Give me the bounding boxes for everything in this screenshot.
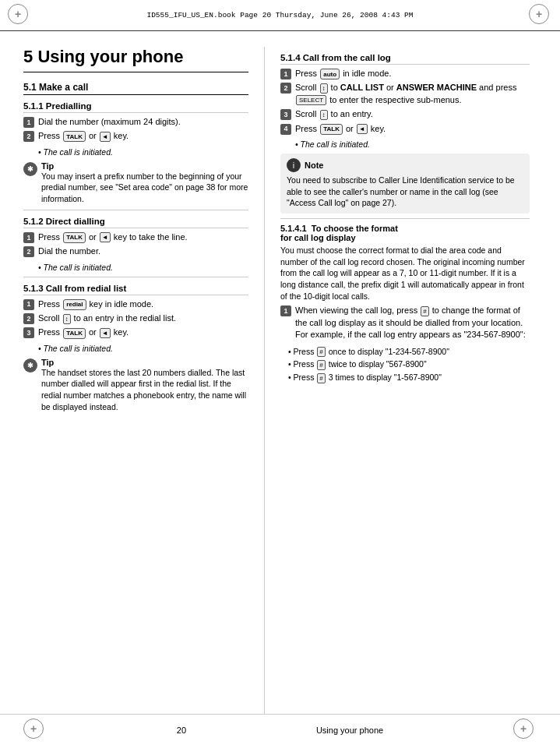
section-5-1-4-1-label: 5.1.4.1 To choose the formatfor call log…: [280, 224, 530, 242]
step-num-2: 2: [23, 131, 34, 142]
step-content: When viewing the call log, press # to ch…: [295, 305, 530, 341]
hash-button: #: [317, 347, 325, 357]
section-5-1-4-1-title: To choose the formatfor call log display: [280, 224, 398, 242]
step-num-2: 2: [23, 246, 34, 257]
tip-content-1: Tip You may insert a prefix number to th…: [41, 161, 248, 205]
footer-corner-right: [513, 719, 537, 742]
note-icon: i: [287, 158, 301, 172]
key-button: ◄: [100, 132, 111, 142]
step-item: 2 Scroll ↕ to an entry in the redial lis…: [23, 312, 248, 324]
step-content: Scroll ↕ to an entry.: [295, 108, 530, 120]
tip-content-2: Tip The handset stores the last 20 numbe…: [41, 358, 248, 413]
talk-button: TALK: [63, 232, 86, 243]
section-5-1-1: 5.1.1 Predialling: [23, 101, 248, 113]
step-num-1: 1: [280, 69, 291, 79]
format-steps: 1 When viewing the call log, press # to …: [280, 305, 530, 341]
chapter-title: 5 Using your phone: [23, 47, 248, 72]
right-column: 5.1.4 Call from the call log 1 Press aut…: [265, 47, 545, 714]
step-content: Scroll ↕ to CALL LIST or ANSWER MACHINE …: [295, 82, 530, 106]
step-content: Press redial key in idle mode.: [38, 298, 248, 310]
talk-button: TALK: [320, 124, 343, 135]
step-num-2: 2: [23, 313, 34, 324]
step-item: 3 Press TALK or ◄ key.: [23, 327, 248, 338]
tip-title-2: Tip: [41, 358, 248, 367]
step-content: Press TALK or ◄ key.: [295, 123, 530, 135]
step-item: 1 When viewing the call log, press # to …: [280, 305, 530, 341]
step-item: 3 Scroll ↕ to an entry.: [280, 108, 530, 120]
step-item: 2 Press TALK or ◄ key.: [23, 130, 248, 142]
crosshair-right: [529, 4, 549, 24]
hash-button: #: [317, 360, 325, 370]
key-button: ◄: [100, 232, 111, 242]
select-button: SELECT: [296, 95, 326, 105]
format-desc: You must choose the correct format to di…: [280, 245, 530, 302]
step-num-3: 3: [23, 327, 34, 338]
step-content: Press TALK or ◄ key to take the line.: [38, 231, 248, 243]
scroll-icon: ↕: [320, 110, 328, 120]
tip-icon-1: ✱: [23, 162, 37, 176]
step-item: 4 Press TALK or ◄ key.: [280, 123, 530, 135]
call-initiated-note-1: • The call is initiated.: [38, 147, 248, 157]
footer-title: Using your phone: [316, 726, 383, 735]
crosshair-left: [8, 4, 28, 24]
tip-icon-2: ✱: [23, 358, 37, 372]
chapter-title-text: Using your phone: [37, 47, 183, 66]
talk-button: TALK: [63, 328, 86, 339]
tip-text-2: The handset stores the last 20 numbers d…: [41, 367, 248, 413]
main-content: 5 Using your phone 5.1 Make a call 5.1.1…: [0, 31, 560, 714]
footer-corner-left: [23, 719, 47, 742]
auto-button: auto: [320, 69, 340, 79]
call-initiated-note-4: • The call is initiated.: [295, 139, 530, 149]
footer-crosshair-right: [513, 719, 534, 739]
note-box: i Note You need to subscribe to Caller L…: [280, 154, 530, 214]
step-item: 2 Scroll ↕ to CALL LIST or ANSWER MACHIN…: [280, 82, 530, 106]
divider-3: [280, 218, 530, 219]
redial-steps: 1 Press redial key in idle mode. 2 Scrol…: [23, 298, 248, 339]
talk-button: TALK: [63, 131, 86, 142]
divider-2: [23, 277, 248, 277]
step-item: 2 Dial the number.: [23, 245, 248, 257]
step-content: Press TALK or ◄ key.: [38, 327, 248, 338]
hash-button: #: [421, 306, 428, 316]
step-content: Dial the number (maximum 24 digits).: [38, 116, 248, 128]
step-num-1: 1: [23, 117, 34, 128]
bullet-item: Press # 3 times to display "1-567-8900": [288, 372, 530, 383]
redial-button: redial: [63, 299, 86, 310]
step-item: 1 Dial the number (maximum 24 digits).: [23, 116, 248, 128]
section-5-1-3: 5.1.3 Call from redial list: [23, 284, 248, 295]
corner-mark-right: [529, 4, 552, 27]
note-header: i Note: [287, 158, 523, 172]
step-item: 1 Press TALK or ◄ key to take the line.: [23, 231, 248, 243]
step-num-2: 2: [280, 83, 291, 94]
step-item: 1 Press auto in idle mode.: [280, 68, 530, 79]
bullet-item: Press # once to display "1-234-567-8900": [288, 346, 530, 358]
step-content: Press auto in idle mode.: [295, 68, 530, 79]
tip-text-1: You may insert a prefix number to the be…: [41, 171, 248, 205]
tip-title-1: Tip: [41, 161, 248, 171]
tip-box-2: ✱ Tip The handset stores the last 20 num…: [23, 358, 248, 413]
scroll-icon: ↕: [320, 83, 328, 94]
header-bar: ID555_IFU_US_EN.book Page 20 Thursday, J…: [0, 0, 560, 31]
call-initiated-note-3: • The call is initiated.: [38, 344, 248, 353]
footer-page-num: 20: [177, 726, 186, 735]
section-5-1: 5.1 Make a call: [23, 82, 248, 95]
footer-crosshair-left: [23, 719, 44, 739]
step-num-3: 3: [280, 109, 291, 120]
step-num-1: 1: [280, 305, 291, 316]
tip-box-1: ✱ Tip You may insert a prefix number to …: [23, 161, 248, 205]
note-text: You need to subscribe to Caller Line Ide…: [287, 175, 523, 209]
scroll-icon: ↕: [63, 314, 71, 324]
left-column: 5 Using your phone 5.1 Make a call 5.1.1…: [0, 47, 265, 714]
section-5-1-4: 5.1.4 Call from the call log: [280, 53, 530, 65]
corner-mark-left: [8, 4, 31, 27]
step-content: Dial the number.: [38, 245, 248, 257]
header-text: ID555_IFU_US_EN.book Page 20 Thursday, J…: [31, 11, 529, 19]
call-initiated-note-2: • The call is initiated.: [38, 263, 248, 272]
step-num-1: 1: [23, 232, 34, 243]
hash-button: #: [317, 373, 325, 383]
bullet-item: Press # twice to display "567-8900": [288, 358, 530, 370]
footer-bar: 20 Using your phone: [0, 714, 560, 745]
format-bullets: Press # once to display "1-234-567-8900"…: [288, 346, 530, 383]
step-content: Scroll ↕ to an entry in the redial list.: [38, 312, 248, 324]
step-num-4: 4: [280, 124, 291, 135]
